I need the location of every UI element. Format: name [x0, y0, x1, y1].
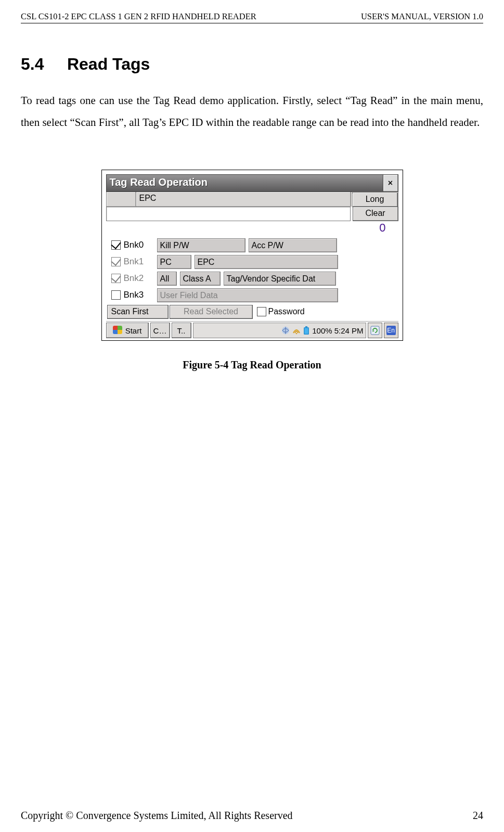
action-button-row: Scan First Read Selected Password — [106, 303, 398, 320]
bank3-row: Bnk3 User Field Data — [106, 287, 398, 303]
header-left: CSL CS101-2 EPC CLASS 1 GEN 2 RFID HANDH… — [21, 11, 256, 22]
header-right: USER'S MANUAL, VERSION 1.0 — [361, 11, 483, 22]
bank0-label: Bnk0 — [124, 240, 154, 250]
bank2-class[interactable]: Class A — [180, 272, 221, 286]
section-number: 5.4 — [21, 55, 44, 73]
battery-percent: 100% — [312, 326, 332, 335]
count-value: 0 — [379, 221, 385, 235]
bank3-label: Bnk3 — [124, 290, 154, 300]
window-title: Tag Read Operation — [107, 175, 383, 191]
bank1-pc[interactable]: PC — [157, 255, 191, 269]
password-label: Password — [268, 307, 305, 316]
bank3-checkbox[interactable] — [111, 290, 121, 300]
footer-copyright: Copyright © Convergence Systems Limited,… — [21, 810, 293, 822]
bank2-label: Bnk2 — [124, 273, 154, 284]
close-button[interactable]: × — [383, 175, 398, 191]
svg-point-1 — [296, 333, 298, 335]
windows-logo-icon — [113, 326, 123, 335]
screenshot-window: Tag Read Operation × EPC Long Clear 0 Bn… — [101, 170, 403, 341]
clock-text: 5:24 PM — [334, 326, 364, 335]
bank1-label: Bnk1 — [124, 257, 154, 267]
svg-rect-4 — [305, 328, 308, 334]
scan-first-button[interactable]: Scan First — [107, 305, 169, 319]
read-selected-button: Read Selected — [170, 305, 253, 319]
body-paragraph: To read tags one can use the Tag Read de… — [21, 89, 483, 133]
page-footer: Copyright © Convergence Systems Limited,… — [21, 810, 483, 822]
figure-container: Tag Read Operation × EPC Long Clear 0 Bn… — [21, 170, 483, 341]
bank1-epc[interactable]: EPC — [195, 255, 338, 269]
desktop-icon — [370, 326, 380, 335]
start-label: Start — [125, 326, 142, 335]
ime-label: En — [386, 326, 396, 335]
wifi-icon — [292, 326, 301, 335]
bank0-kill-pw[interactable]: Kill P/W — [157, 238, 245, 252]
window-titlebar: Tag Read Operation × — [106, 174, 398, 192]
section-title-text: Read Tags — [67, 55, 150, 73]
section-heading: 5.4 Read Tags — [21, 55, 483, 74]
svg-rect-5 — [371, 326, 379, 335]
desktop-button[interactable] — [368, 323, 382, 338]
tag-input-row: Clear — [106, 207, 398, 221]
battery-icon — [303, 326, 310, 335]
footer-page-number: 24 — [473, 810, 483, 822]
bank0-row: Bnk0 Kill P/W Acc P/W — [106, 237, 398, 253]
bank0-acc-pw[interactable]: Acc P/W — [249, 238, 337, 252]
taskbar-app-2[interactable]: T.. — [172, 323, 191, 338]
figure-caption: Figure 5-4 Tag Read Operation — [21, 359, 483, 371]
system-tray: 100% 5:24 PM — [193, 323, 366, 338]
grid-header: EPC Long — [106, 192, 398, 207]
close-icon: × — [388, 178, 393, 188]
start-button[interactable]: Start — [106, 323, 149, 338]
bank1-row: Bnk1 PC EPC — [106, 253, 398, 270]
ime-button[interactable]: En — [384, 323, 398, 338]
bank2-row: Bnk2 All Class A Tag/Vendor Specific Dat — [106, 270, 398, 287]
taskbar: Start C… T.. 100% — [106, 321, 398, 338]
grid-header-epc[interactable]: EPC — [136, 192, 351, 207]
clear-button[interactable]: Clear — [353, 207, 398, 221]
bank3-user-data: User Field Data — [157, 288, 338, 302]
svg-rect-3 — [305, 326, 307, 328]
page-header: CSL CS101-2 EPC CLASS 1 GEN 2 RFID HANDH… — [21, 11, 483, 23]
bank2-all[interactable]: All — [157, 272, 177, 286]
password-checkbox[interactable] — [257, 307, 266, 316]
long-button[interactable]: Long — [352, 193, 398, 207]
bank2-checkbox — [111, 274, 121, 283]
bank0-checkbox[interactable] — [111, 240, 121, 250]
network-icon — [281, 326, 290, 335]
grid-header-index — [107, 192, 136, 207]
bank2-vendor[interactable]: Tag/Vendor Specific Dat — [224, 272, 336, 286]
count-row: 0 — [106, 221, 398, 237]
password-option: Password — [257, 307, 305, 316]
tag-input[interactable] — [106, 207, 351, 221]
taskbar-app-1[interactable]: C… — [150, 323, 170, 338]
bank1-checkbox — [111, 257, 121, 266]
